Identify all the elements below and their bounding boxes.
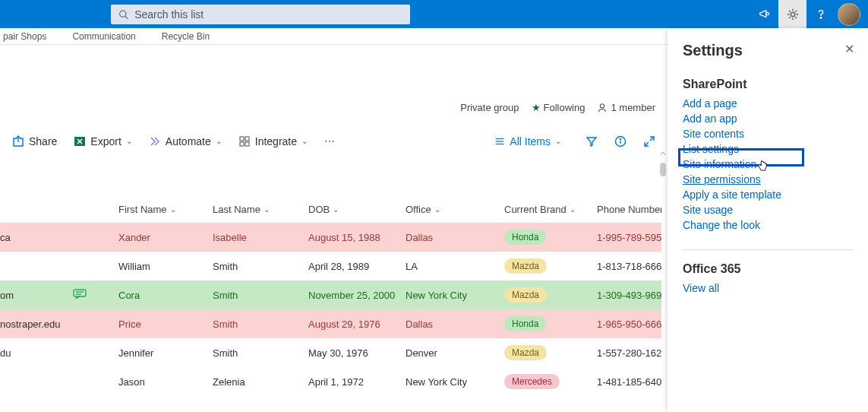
cell-first-name: Jason (118, 376, 213, 388)
crumb-item[interactable]: Communication (72, 31, 135, 42)
scrollbar[interactable] (660, 151, 666, 234)
expand-icon[interactable] (639, 131, 660, 152)
crumb-item[interactable]: pair Shops (3, 31, 46, 42)
share-button[interactable]: Share (8, 132, 62, 151)
chevron-down-icon: ⌄ (126, 137, 132, 145)
list-icon (494, 136, 505, 147)
panel-link[interactable]: Apply a site template (683, 187, 853, 202)
panel-link[interactable]: Add an app (683, 111, 853, 126)
cell-phone: 1-965-950-6669 (597, 319, 661, 330)
megaphone-icon[interactable] (750, 0, 778, 28)
cell-phone: 1-995-789-5956 (597, 232, 661, 243)
cell-phone: 1-557-280-1625 (597, 347, 661, 359)
table-row[interactable]: omCoraSmithNovember 25, 2000New York Cit… (0, 280, 661, 309)
panel-link[interactable]: Change the look (683, 217, 853, 233)
svg-point-2 (791, 12, 794, 16)
cell-phone: 1-481-185-6401 (597, 376, 661, 388)
cell-brand: Mazda (504, 287, 597, 303)
panel-link[interactable]: Site permissions (683, 172, 853, 187)
automate-button[interactable]: Automate⌄ (144, 132, 226, 151)
scroll-thumb[interactable] (660, 163, 666, 176)
search-box[interactable] (111, 5, 410, 24)
svg-rect-9 (245, 142, 249, 146)
star-icon: ★ (532, 102, 541, 113)
svg-rect-6 (240, 137, 244, 141)
site-info: Private group ★ Following 1 member (460, 102, 655, 113)
chevron-down-icon: ⌄ (301, 137, 308, 145)
col-first-name[interactable]: First Name⌄ (118, 204, 213, 215)
cell-email: nostraper.edu (0, 319, 73, 330)
cell-last-name: Smith (213, 261, 308, 272)
search-icon (118, 9, 128, 20)
crumb-item[interactable]: Recycle Bin (162, 31, 210, 42)
table-header: First Name⌄ Last Name⌄ DOB⌄ Office⌄ Curr… (0, 195, 661, 223)
svg-rect-7 (245, 137, 249, 141)
follow-toggle[interactable]: ★ Following (532, 102, 586, 113)
brand-pill: Mazda (504, 345, 547, 360)
table-row[interactable]: duJenniferSmithMay 30, 1976DenverMazda1-… (0, 338, 661, 367)
cell-first-name: Cora (118, 290, 213, 301)
user-avatar[interactable] (838, 3, 860, 26)
table-row[interactable]: JasonZeleniaApril 1, 1972New York CityMe… (0, 367, 661, 396)
col-last-name[interactable]: Last Name⌄ (213, 204, 308, 215)
panel-title: Settings (683, 42, 853, 59)
integrate-button[interactable]: Integrate⌄ (234, 132, 312, 151)
svg-rect-8 (240, 142, 244, 146)
cell-chat (73, 289, 118, 302)
share-icon (12, 135, 24, 147)
table-row[interactable]: caXanderIsabelleAugust 15, 1988DallasHon… (0, 223, 661, 252)
panel-link[interactable]: Site information (683, 157, 853, 172)
cell-last-name: Smith (213, 347, 308, 359)
divider (683, 249, 853, 250)
group-type: Private group (460, 102, 519, 113)
panel-link[interactable]: Add a page (683, 96, 853, 111)
filter-icon[interactable] (581, 131, 602, 152)
cell-brand: Honda (504, 316, 597, 331)
col-brand[interactable]: Current Brand⌄ (504, 204, 597, 215)
chevron-down-icon: ⌄ (555, 137, 561, 145)
close-icon[interactable]: ✕ (844, 42, 854, 56)
info-icon[interactable] (610, 131, 631, 152)
svg-point-15 (620, 138, 620, 139)
cell-brand: Honda (504, 230, 597, 245)
panel-link[interactable]: List settings (683, 141, 853, 157)
help-icon[interactable] (806, 0, 835, 28)
cell-brand: Mazda (504, 345, 597, 360)
cell-phone: 1-309-493-9697 (597, 290, 661, 301)
svg-line-1 (125, 16, 128, 18)
search-input[interactable] (134, 8, 402, 21)
cell-first-name: Jennifer (118, 347, 213, 359)
panel-link[interactable]: Site usage (683, 202, 853, 217)
settings-gear-icon[interactable] (778, 0, 806, 28)
cell-office: New York City (406, 290, 504, 301)
svg-point-0 (120, 11, 126, 17)
view-selector[interactable]: All Items⌄ (490, 132, 566, 151)
person-icon (597, 103, 608, 113)
cell-dob: November 25, 2000 (308, 290, 406, 301)
app-topbar (0, 0, 868, 28)
cell-last-name: Smith (213, 319, 308, 330)
col-dob[interactable]: DOB⌄ (308, 204, 406, 215)
panel-link[interactable]: Site contents (683, 126, 853, 141)
export-button[interactable]: Export⌄ (69, 132, 136, 151)
brand-pill: Honda (504, 316, 546, 331)
more-button[interactable]: ⋯ (320, 132, 339, 151)
cell-office: LA (406, 261, 504, 272)
member-count[interactable]: 1 member (597, 102, 655, 113)
flow-icon (149, 135, 161, 147)
svg-line-16 (650, 137, 654, 141)
brand-pill: Mazda (504, 287, 547, 303)
table-row[interactable]: WilliamSmithApril 28, 1989LAMazda1-813-7… (0, 252, 661, 280)
cell-office: New York City (406, 376, 504, 388)
cell-dob: May 30, 1976 (308, 347, 406, 359)
cell-brand: Mazda (504, 258, 597, 274)
panel-section-sharepoint: SharePoint (683, 78, 853, 91)
cell-dob: August 29, 1976 (308, 319, 406, 330)
col-office[interactable]: Office⌄ (406, 204, 504, 215)
table-row[interactable]: nostraper.eduPriceSmithAugust 29, 1976Da… (0, 309, 661, 338)
panel-link[interactable]: View all (683, 280, 853, 296)
chevron-down-icon: ⌄ (216, 137, 222, 145)
brand-pill: Mazda (504, 258, 547, 274)
col-phone[interactable]: Phone Number⌄ (597, 204, 661, 215)
cell-last-name: Isabelle (213, 232, 308, 243)
